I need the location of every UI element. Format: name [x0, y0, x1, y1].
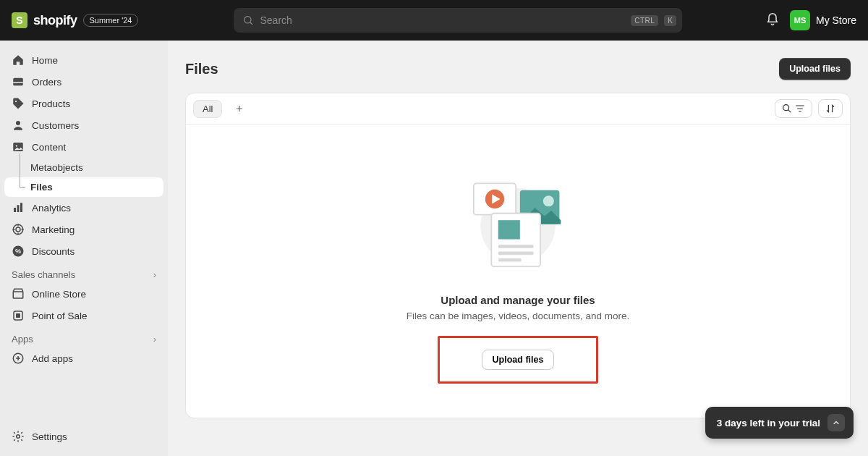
discount-icon: %	[12, 245, 25, 258]
trial-toast[interactable]: 3 days left in your trial	[705, 407, 854, 439]
sidebar-item-home[interactable]: Home	[4, 49, 163, 71]
svg-rect-17	[16, 313, 20, 318]
shopify-bag-icon: S	[12, 12, 27, 28]
sidebar-item-analytics[interactable]: Analytics	[4, 197, 163, 219]
svg-text:%: %	[15, 248, 21, 255]
home-icon	[12, 54, 25, 67]
sidebar-item-settings[interactable]: Settings	[4, 426, 163, 447]
sort-button[interactable]	[818, 99, 843, 118]
pos-icon	[12, 309, 25, 322]
main-content: Files Upload files All	[168, 41, 868, 456]
svg-rect-10	[20, 203, 22, 212]
sidebar-item-products[interactable]: Products	[4, 93, 163, 114]
logo[interactable]: S shopify Summer '24	[12, 12, 138, 28]
search-icon	[781, 103, 793, 114]
tag-icon	[12, 97, 25, 110]
filter-icon	[794, 103, 806, 114]
svg-rect-31	[498, 258, 522, 262]
sidebar-item-pos[interactable]: Point of Sale	[4, 305, 163, 326]
section-apps[interactable]: Apps ›	[4, 326, 163, 347]
section-sales-channels[interactable]: Sales channels ›	[4, 262, 163, 283]
plus-circle-icon	[12, 352, 25, 365]
upload-files-secondary-button[interactable]: Upload files	[482, 350, 555, 370]
trial-text: 3 days left in your trial	[717, 418, 820, 428]
add-view-button[interactable]	[231, 100, 248, 117]
store-switcher[interactable]: MS My Store	[790, 10, 856, 30]
sidebar-item-label: Products	[32, 98, 70, 109]
sidebar-item-content[interactable]: Content	[4, 136, 163, 158]
empty-body: Files can be images, videos, documents, …	[407, 311, 629, 321]
empty-state: Upload and manage your files Files can b…	[186, 124, 850, 413]
edition-badge: Summer '24	[83, 14, 139, 27]
sidebar: Home Orders Products Customers Content M…	[0, 41, 168, 456]
svg-rect-8	[14, 208, 16, 212]
sidebar-subitem-files[interactable]: Files	[4, 177, 163, 197]
svg-rect-30	[498, 251, 534, 255]
analytics-icon	[12, 201, 25, 214]
search-input[interactable]: Search CTRL K	[234, 8, 682, 33]
sidebar-item-add-apps[interactable]: Add apps	[4, 347, 163, 369]
expand-button[interactable]	[827, 414, 845, 431]
sidebar-item-label: Discounts	[32, 246, 75, 257]
sidebar-item-online-store[interactable]: Online Store	[4, 283, 163, 305]
chevron-up-icon	[832, 418, 841, 427]
sidebar-subitem-metaobjects[interactable]: Metaobjects	[4, 158, 163, 177]
files-illustration	[460, 168, 576, 276]
sidebar-item-customers[interactable]: Customers	[4, 114, 163, 136]
image-icon	[12, 140, 25, 153]
svg-rect-9	[17, 205, 20, 212]
svg-point-4	[15, 101, 17, 102]
sidebar-item-orders[interactable]: Orders	[4, 71, 163, 93]
sidebar-item-discounts[interactable]: % Discounts	[4, 240, 163, 262]
avatar: MS	[790, 10, 810, 30]
svg-rect-28	[498, 220, 520, 239]
search-icon	[242, 14, 254, 26]
kbd-k: K	[664, 15, 676, 26]
storefront-icon	[12, 287, 25, 300]
svg-line-21	[788, 110, 791, 113]
svg-point-0	[244, 17, 251, 23]
chevron-right-icon: ›	[153, 334, 156, 345]
sidebar-item-label: Settings	[32, 431, 67, 442]
search-placeholder: Search	[260, 14, 625, 26]
svg-point-7	[16, 145, 17, 146]
svg-point-12	[16, 227, 20, 232]
svg-rect-3	[13, 82, 23, 83]
notifications-button[interactable]	[765, 12, 780, 29]
chevron-right-icon: ›	[153, 269, 156, 280]
empty-title: Upload and manage your files	[441, 294, 595, 306]
plus-icon	[234, 104, 244, 114]
sidebar-item-label: Content	[32, 142, 66, 153]
sidebar-item-label: Customers	[32, 120, 79, 131]
bell-icon	[765, 12, 780, 27]
sidebar-item-marketing[interactable]: Marketing	[4, 219, 163, 240]
files-card: All	[185, 93, 851, 418]
svg-line-1	[250, 22, 252, 25]
svg-point-5	[16, 121, 20, 125]
sidebar-item-label: Home	[32, 55, 58, 66]
svg-rect-15	[13, 292, 23, 298]
section-label: Sales channels	[12, 269, 75, 280]
svg-rect-29	[498, 245, 534, 248]
search-filter-button[interactable]	[775, 99, 812, 118]
tab-all[interactable]: All	[193, 100, 222, 118]
person-icon	[12, 119, 25, 132]
sidebar-item-label: Files	[30, 182, 53, 193]
sidebar-item-label: Online Store	[32, 289, 86, 300]
sidebar-item-label: Add apps	[32, 353, 73, 364]
sidebar-item-label: Analytics	[32, 203, 71, 214]
sidebar-item-label: Orders	[32, 77, 61, 88]
svg-point-19	[17, 435, 20, 439]
svg-point-24	[543, 195, 554, 206]
top-bar: S shopify Summer '24 Search CTRL K MS My…	[0, 0, 868, 41]
sort-icon	[825, 103, 836, 114]
inbox-icon	[12, 75, 25, 88]
section-label: Apps	[12, 334, 33, 345]
highlighted-region: Upload files	[438, 336, 599, 384]
brand-name: shopify	[33, 13, 77, 28]
upload-files-button[interactable]: Upload files	[779, 58, 851, 80]
gear-icon	[12, 430, 25, 443]
sidebar-item-label: Metaobjects	[30, 162, 83, 173]
sidebar-item-label: Marketing	[32, 224, 75, 235]
page-title: Files	[185, 61, 218, 77]
